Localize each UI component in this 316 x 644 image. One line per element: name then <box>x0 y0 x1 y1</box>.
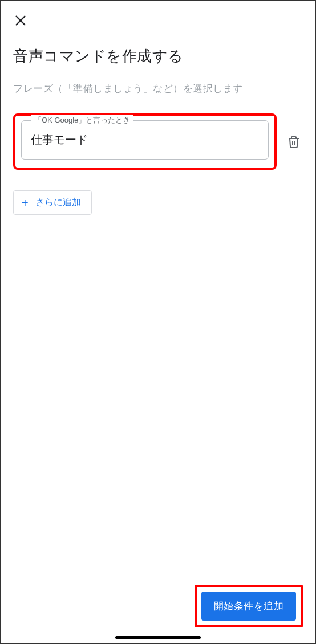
trash-icon <box>287 135 301 149</box>
submit-highlight: 開始条件を追加 <box>195 585 303 627</box>
phrase-input-field[interactable]: 「OK Google」と言ったとき <box>21 120 269 160</box>
delete-phrase-button[interactable] <box>285 133 303 151</box>
home-indicator <box>115 636 201 639</box>
add-more-button[interactable]: + さらに追加 <box>13 190 92 215</box>
phrase-input-legend: 「OK Google」と言ったとき <box>31 115 133 125</box>
main-content: 音声コマンドを作成する フレーズ（「準備しましょう」など）を選択します 「OK … <box>1 35 315 215</box>
page-title: 音声コマンドを作成する <box>13 46 303 66</box>
header <box>1 1 315 35</box>
close-icon <box>14 14 27 27</box>
phrase-input-row: 「OK Google」と言ったとき <box>13 113 303 170</box>
highlight-box: 「OK Google」と言ったとき <box>13 113 277 170</box>
page-subtitle: フレーズ（「準備しましょう」など）を選択します <box>13 82 303 95</box>
phrase-input[interactable] <box>31 133 259 146</box>
submit-button[interactable]: 開始条件を追加 <box>201 592 297 621</box>
plus-icon: + <box>22 197 29 209</box>
add-more-label: さらに追加 <box>35 197 81 209</box>
footer: 開始条件を追加 <box>1 573 315 643</box>
close-button[interactable] <box>12 12 29 29</box>
